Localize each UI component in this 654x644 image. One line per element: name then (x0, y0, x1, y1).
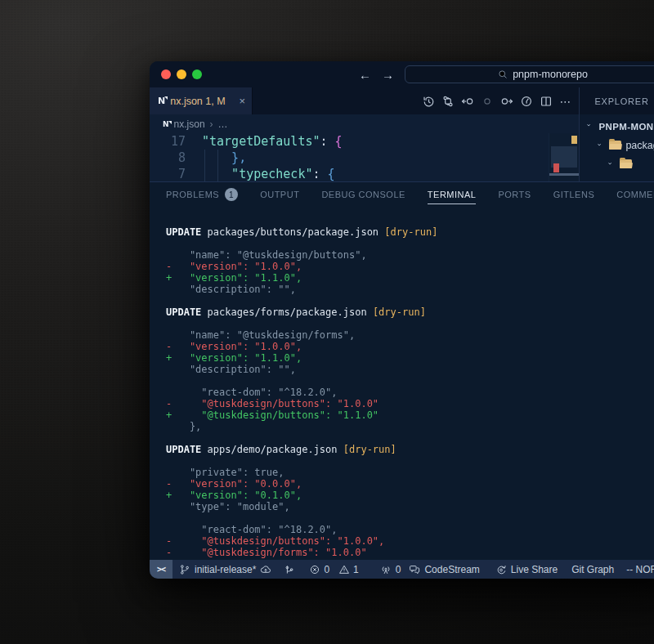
panel-tabs: PROBLEMS1OUTPUTDEBUG CONSOLETERMINALPORT… (150, 182, 654, 207)
main-row: N nx.json 1, M × ⋯ N nx.json › … 1787 "t… (150, 87, 654, 181)
tab-strip: N nx.json 1, M × ⋯ (150, 87, 579, 114)
breadcrumb-separator: › (210, 119, 213, 130)
bottom-panel: PROBLEMS1OUTPUTDEBUG CONSOLETERMINALPORT… (150, 181, 654, 560)
tree-item-pnpm-monorepo[interactable]: PNPM-MONOREPO (580, 117, 654, 136)
terminal-blank-line (166, 455, 654, 467)
panel-tab-label: PROBLEMS (166, 190, 219, 199)
change-indicator-icon[interactable] (480, 94, 494, 108)
panel-tab-terminal[interactable]: TERMINAL (428, 182, 477, 207)
panel-tab-label: PORTS (498, 190, 531, 199)
code-token: "targetDefaults" (202, 134, 320, 149)
status-item-problems[interactable]: 01 (309, 560, 358, 579)
titlebar: ← → pnpm-monorepo (150, 61, 654, 87)
status-label: 0 (324, 564, 329, 575)
terminal-output[interactable]: UPDATE packages/buttons/package.json [dr… (150, 207, 654, 560)
error-icon (309, 564, 320, 575)
zoom-window-button[interactable] (192, 69, 202, 79)
search-icon (498, 69, 508, 79)
terminal-context-line: "description": "", (166, 284, 654, 295)
status-label: -- NORM (626, 564, 654, 575)
status-item-git-branch[interactable]: initial-release* (179, 560, 271, 579)
status-bar: ><initial-release*010CodeStreamLive Shar… (150, 560, 654, 579)
panel-tab-label: DEBUG CONSOLE (321, 190, 405, 199)
terminal-diff-removed: - "version": "1.0.0", (166, 261, 654, 272)
editor-code[interactable]: 1787 "targetDefaults": { }, "typecheck":… (150, 133, 579, 181)
indent-guide (204, 150, 205, 181)
broadcast-icon (380, 564, 392, 575)
terminal-context-line: "type": "module", (166, 501, 654, 512)
terminal-diff-added: + "version": "1.1.0", (166, 352, 654, 364)
panel-tab-ports[interactable]: PORTS (498, 182, 531, 207)
history-icon[interactable] (421, 94, 435, 108)
terminal-blank-line (166, 512, 654, 524)
breadcrumb[interactable]: N nx.json › … (150, 114, 579, 133)
line-number: 8 (150, 150, 186, 166)
split-editor-icon[interactable] (539, 94, 553, 108)
tab-nx-json[interactable]: N nx.json 1, M × (150, 87, 253, 114)
terminal-context-line: }, (166, 421, 654, 432)
tree-item-packages[interactable]: packages (580, 136, 654, 154)
terminal-context-line: "description": "", (166, 364, 654, 375)
code-token: : (312, 167, 327, 181)
line-numbers: 1787 (150, 133, 195, 181)
status-item-live-share[interactable]: Live Share (495, 560, 558, 579)
next-change-icon[interactable] (499, 94, 513, 108)
terminal-context-line: "private": true, (166, 467, 654, 478)
terminal-blank-line (166, 295, 654, 306)
panel-tab-debug-console[interactable]: DEBUG CONSOLE (321, 182, 405, 207)
terminal-diff-added: + "version": "1.1.0", (166, 272, 654, 284)
back-button[interactable]: ← (359, 68, 371, 82)
status-label: CodeStream (424, 564, 479, 575)
minimap[interactable] (549, 133, 579, 181)
explorer-sidebar: EXPLORER PNPM-MONOREPOpackages (579, 87, 654, 181)
panel-tab-problems[interactable]: PROBLEMS1 (166, 182, 238, 207)
forward-button[interactable]: → (382, 68, 394, 82)
status-item-gitlens[interactable] (284, 560, 295, 579)
code-token: : (320, 134, 335, 149)
minimap-modified-mark (571, 136, 577, 144)
terminal-context-line: "name": "@tuskdesign/forms", (166, 329, 654, 341)
status-item-vim-mode[interactable]: -- NORM (626, 560, 654, 579)
breadcrumb-file[interactable]: nx.json (174, 119, 205, 130)
terminal-diff-removed: - "@tuskdesign/buttons": "1.0.0" (166, 398, 654, 409)
panel-tab-comments[interactable]: COMMENTS (616, 182, 654, 207)
commit-graph-icon (284, 564, 295, 575)
terminal-diff-removed: - "@tuskdesign/forms": "1.0.0" (166, 547, 654, 558)
terminal-context-line: "react-dom": "^18.2.0", (166, 387, 654, 398)
status-item-git-graph[interactable]: Git Graph (571, 560, 614, 579)
close-tab-icon[interactable]: × (239, 96, 245, 106)
chevron-down-icon (597, 141, 605, 150)
code-token: "typecheck" (202, 167, 312, 181)
clock-icon[interactable] (519, 94, 533, 108)
command-center-search[interactable]: pnpm-monorepo (405, 65, 654, 83)
status-label: 0 (396, 564, 401, 575)
close-window-button[interactable] (161, 69, 171, 79)
previous-change-icon[interactable] (460, 94, 474, 108)
breadcrumb-more[interactable]: … (218, 119, 228, 130)
code-line[interactable]: }, (202, 150, 343, 166)
panel-tab-output[interactable]: OUTPUT (260, 182, 299, 207)
editor-scrollbar[interactable] (549, 173, 579, 176)
terminal-diff-removed: - "version": "1.0.0", (166, 341, 654, 352)
terminal-update-header: UPDATE packages/buttons/package.json [dr… (166, 226, 654, 238)
panel-tab-gitlens[interactable]: GITLENS (553, 182, 595, 207)
more-actions-icon[interactable]: ⋯ (558, 94, 572, 108)
code-line[interactable]: "typecheck": { (202, 166, 343, 181)
line-number: 17 (150, 133, 186, 150)
status-item-remote-indicator[interactable]: >< (150, 560, 172, 579)
panel-tab-label: COMMENTS (616, 190, 654, 199)
minimize-window-button[interactable] (177, 69, 186, 79)
tree-item[interactable] (580, 154, 654, 173)
status-item-codestream[interactable]: CodeStream (409, 560, 479, 579)
code-line[interactable]: "targetDefaults": { (202, 133, 343, 150)
line-number: 7 (150, 166, 186, 181)
source-control-icon[interactable] (441, 94, 455, 108)
status-item-ports[interactable]: 0 (380, 560, 401, 579)
remote-icon: >< (157, 565, 165, 574)
explorer-tree: PNPM-MONOREPOpackages (580, 114, 654, 192)
status-label: Git Graph (571, 564, 614, 575)
problems-count-badge: 1 (225, 188, 238, 201)
status-label: Live Share (511, 564, 558, 575)
terminal-update-header: UPDATE apps/demo/package.json [dry-run] (166, 444, 654, 455)
terminal-diff-removed: - "@tuskdesign/buttons": "1.0.0", (166, 535, 654, 547)
